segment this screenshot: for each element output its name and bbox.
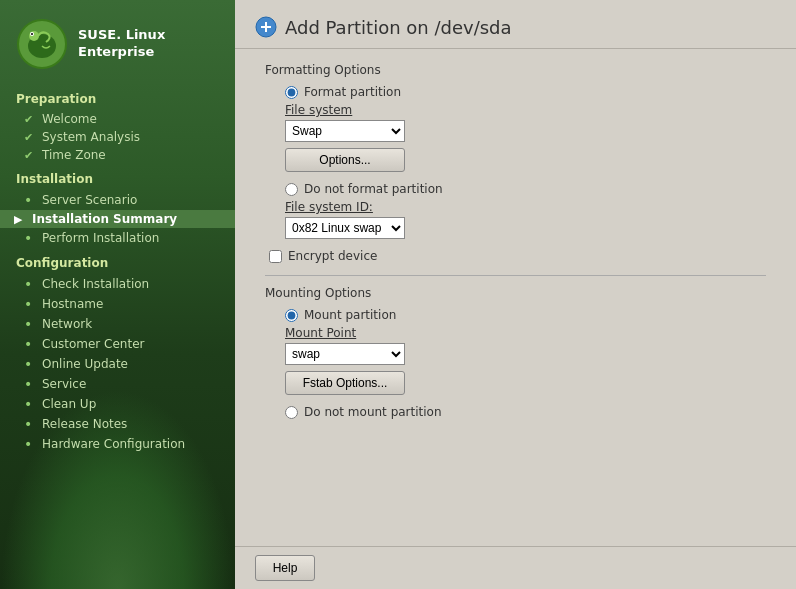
sidebar-logo: SUSE. Linux Enterprise [0,0,235,80]
nav-item-hostname[interactable]: • Hostname [0,294,235,314]
bullet-icon: • [24,376,36,392]
nav-label-customer-center: Customer Center [42,337,145,351]
fstab-options-button[interactable]: Fstab Options... [285,371,405,395]
nav-item-welcome[interactable]: ✔ Welcome [0,110,235,128]
section-preparation: Preparation [0,84,235,110]
svg-point-2 [29,31,39,41]
bullet-icon: • [24,396,36,412]
nav-item-online-update[interactable]: • Online Update [0,354,235,374]
format-partition-radio[interactable] [285,86,298,99]
mount-partition-label[interactable]: Mount partition [304,308,396,322]
options-button[interactable]: Options... [285,148,405,172]
filesystem-label: File system [285,103,766,117]
divider [265,275,766,276]
nav-item-hardware-configuration[interactable]: • Hardware Configuration [0,434,235,454]
bullet-icon: • [24,416,36,432]
mount-partition-radio[interactable] [285,309,298,322]
nav-label-system-analysis: System Analysis [42,130,140,144]
nav-item-installation-summary[interactable]: ▶ Installation Summary [0,210,235,228]
nav-item-customer-center[interactable]: • Customer Center [0,334,235,354]
nav-label-time-zone: Time Zone [42,148,106,162]
nav-label-welcome: Welcome [42,112,97,126]
check-icon: ✔ [24,149,36,162]
suse-logo-icon [16,18,68,70]
nav-label-installation-summary: Installation Summary [32,212,177,226]
do-not-format-label[interactable]: Do not format partition [304,182,443,196]
do-not-mount-group: Do not mount partition [265,405,766,419]
nav-label-clean-up: Clean Up [42,397,96,411]
sidebar-nav: Preparation ✔ Welcome ✔ System Analysis … [0,80,235,589]
nav-label-release-notes: Release Notes [42,417,127,431]
do-not-mount-radio[interactable] [285,406,298,419]
nav-label-perform-installation: Perform Installation [42,231,159,245]
mounting-section: Mounting Options Mount partition Mount P… [265,286,766,419]
nav-label-service: Service [42,377,86,391]
do-not-format-radio[interactable] [285,183,298,196]
do-not-mount-label[interactable]: Do not mount partition [304,405,442,419]
mount-partition-group: Mount partition Mount Point swap / /boot… [265,308,766,395]
nav-label-hardware-configuration: Hardware Configuration [42,437,185,451]
bullet-icon: • [24,336,36,352]
page-title: Add Partition on /dev/sda [285,17,512,38]
filesystem-select[interactable]: Swap Ext2 Ext3 Ext4 XFS [285,120,405,142]
filesystem-id-label: File system ID: [285,200,766,214]
nav-item-server-scenario[interactable]: • Server Scenario [0,190,235,210]
arrow-icon: ▶ [14,213,26,226]
encrypt-label[interactable]: Encrypt device [288,249,377,263]
nav-label-online-update: Online Update [42,357,128,371]
partition-icon [255,16,277,38]
help-button[interactable]: Help [255,555,315,581]
section-installation: Installation [0,164,235,190]
main-area: Add Partition on /dev/sda Formatting Opt… [235,0,796,589]
nav-item-network[interactable]: • Network [0,314,235,334]
sidebar-logo-text: SUSE. Linux Enterprise [78,27,165,61]
nav-label-hostname: Hostname [42,297,103,311]
section-configuration: Configuration [0,248,235,274]
nav-item-check-installation[interactable]: • Check Installation [0,274,235,294]
mount-point-select[interactable]: swap / /boot /home [285,343,405,365]
main-header: Add Partition on /dev/sda [235,0,796,49]
main-content: Formatting Options Format partition File… [235,49,796,546]
nav-item-time-zone[interactable]: ✔ Time Zone [0,146,235,164]
nav-label-check-installation: Check Installation [42,277,149,291]
do-not-format-group: Do not format partition File system ID: … [265,182,766,239]
encrypt-checkbox[interactable] [269,250,282,263]
bullet-icon: • [24,230,36,246]
bullet-icon: • [24,192,36,208]
nav-item-perform-installation[interactable]: • Perform Installation [0,228,235,248]
sidebar: SUSE. Linux Enterprise Preparation ✔ Wel… [0,0,235,589]
format-partition-group: Format partition File system Swap Ext2 E… [265,85,766,172]
nav-label-network: Network [42,317,92,331]
bullet-icon: • [24,276,36,292]
bullet-icon: • [24,296,36,312]
check-icon: ✔ [24,131,36,144]
formatting-section-label: Formatting Options [265,63,766,77]
nav-item-release-notes[interactable]: • Release Notes [0,414,235,434]
format-partition-label[interactable]: Format partition [304,85,401,99]
nav-label-server-scenario: Server Scenario [42,193,137,207]
svg-point-4 [31,33,33,35]
mount-point-label: Mount Point [285,326,766,340]
nav-item-service[interactable]: • Service [0,374,235,394]
check-icon: ✔ [24,113,36,126]
nav-item-clean-up[interactable]: • Clean Up [0,394,235,414]
bullet-icon: • [24,316,36,332]
nav-item-system-analysis[interactable]: ✔ System Analysis [0,128,235,146]
filesystem-id-select[interactable]: 0x82 Linux swap 0x83 Linux 0x8e LVM [285,217,405,239]
bullet-icon: • [24,356,36,372]
bullet-icon: • [24,436,36,452]
main-footer: Help [235,546,796,589]
mounting-section-label: Mounting Options [265,286,766,300]
